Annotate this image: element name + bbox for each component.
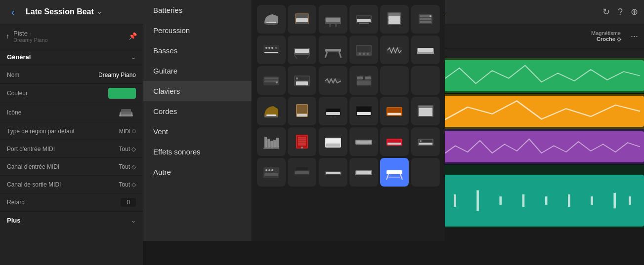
general-section-header[interactable]: Général ⌄ [0,48,143,66]
synth-icon-cell[interactable] [257,36,286,64]
red-synth-icon-cell[interactable] [380,127,409,156]
svg-rect-143 [476,190,479,211]
canal-sortie-chevron-icon: ◇ [131,181,136,188]
organ-icon-cell[interactable] [380,5,409,34]
black-synth-icon-cell[interactable] [288,158,316,187]
menu-item-basses[interactable]: Basses [143,40,252,61]
svg-point-54 [276,81,278,83]
svg-point-27 [429,15,431,17]
color-swatch[interactable] [108,88,136,99]
pad-controller-icon-cell[interactable] [349,66,378,95]
rack-unit-icon-cell[interactable] [257,66,286,95]
canal-sortie-row: Canal de sortie MIDI Tout ◇ [0,176,143,193]
menu-item-vent[interactable]: Vent [143,121,252,142]
nom-value[interactable]: Dreamy Piano [98,72,136,78]
couleur-label: Couleur [7,90,108,97]
canal-entree-value[interactable]: Tout ◇ [119,163,136,170]
waveform2-icon-cell[interactable] [319,66,347,95]
ruler-more-button[interactable]: ··· [631,31,638,41]
svg-rect-81 [419,112,432,116]
grand-piano-icon-cell[interactable] [257,5,286,34]
electric2-icon-cell[interactable] [349,97,378,125]
keyboard-stand-selected-icon-cell[interactable] [380,158,409,187]
grand-piano2-icon-cell[interactable] [257,97,286,125]
upright2-icon-cell[interactable] [288,97,316,125]
icon-grid-panel [252,0,445,241]
help-button[interactable]: ? [618,7,623,17]
touchpad-icon-cell[interactable] [411,127,440,156]
mixing-board-icon-cell[interactable] [349,36,378,64]
svg-rect-10 [296,14,308,18]
more-button[interactable]: ⊕ [631,6,638,17]
svg-rect-109 [263,167,279,178]
magnétisme-title: Magnétisme [591,30,621,36]
modular-icon-cell[interactable] [257,158,286,187]
svg-rect-22 [388,13,400,16]
svg-rect-63 [365,76,371,79]
empty-cell-1[interactable] [380,66,409,95]
svg-rect-52 [264,77,278,79]
svg-rect-49 [418,48,433,52]
svg-rect-33 [275,47,277,49]
stage-keyboard-icon-cell[interactable] [288,36,316,64]
pin-button[interactable]: 📌 [129,32,137,40]
icone-label: Icône [7,109,116,116]
main-layout: ↑ Piste · Dreamy Piano 📌 Général ⌄ Nom D… [0,24,644,265]
svg-rect-147 [568,194,570,207]
long-keyboard-icon-cell[interactable] [411,36,440,64]
track-header: ↑ Piste · Dreamy Piano 📌 [0,24,143,48]
upright-piano-icon-cell[interactable] [288,5,316,34]
svg-rect-142 [454,194,456,207]
orange-synth-icon-cell[interactable] [380,97,409,125]
instrument-menu: Batteries Percussion Basses Guitare Clav… [143,0,252,241]
organ-pipes-icon-cell[interactable] [257,127,286,156]
digital-piano-icon-cell[interactable] [319,5,347,34]
svg-rect-145 [522,194,525,207]
menu-item-percussion[interactable]: Percussion [143,20,252,40]
icone-row: Icône [0,103,143,122]
hammond-icon-cell[interactable] [411,97,440,125]
port-midi-value[interactable]: Tout ◇ [119,146,136,152]
white-box-icon-cell[interactable] [319,127,347,156]
accordion-icon-cell[interactable] [288,127,316,156]
horiz-synth-icon-cell[interactable] [349,127,378,156]
svg-rect-20 [388,20,400,24]
electric-piano-icon-cell[interactable] [349,5,378,34]
port-midi-label: Port d'entrée MIDI [7,146,119,152]
flat-keyboard-icon-cell[interactable] [319,158,347,187]
project-chevron-icon[interactable]: ⌄ [97,8,102,15]
digital2-icon-cell[interactable] [319,97,347,125]
svg-rect-79 [387,108,401,112]
waveform-controller-icon-cell[interactable] [380,36,409,64]
loop2-button[interactable]: ↻ [602,6,610,17]
rack-organ-icon-cell[interactable] [411,5,440,34]
svg-rect-101 [356,141,371,144]
mixer2-icon-cell[interactable] [288,66,316,95]
svg-rect-17 [357,16,371,19]
menu-item-cordes[interactable]: Cordes [143,101,252,121]
svg-rect-104 [387,140,401,143]
rack-keyboard-icon-cell[interactable] [349,158,378,187]
plus-section-header[interactable]: Plus ⌄ [0,211,143,229]
canal-entree-label: Canal d'entrée MIDI [7,163,119,170]
menu-item-guitare[interactable]: Guitare [143,61,252,81]
svg-rect-115 [295,171,309,174]
svg-rect-64 [266,114,276,116]
svg-rect-14 [335,24,337,27]
icon-preview[interactable] [116,107,136,118]
canal-sortie-value[interactable]: Tout ◇ [119,181,136,188]
keyboard-stand-icon-cell[interactable] [319,36,347,64]
midi-badge[interactable]: MIDI [119,128,136,134]
menu-item-claviers[interactable]: Claviers [143,81,252,101]
svg-line-123 [386,174,388,180]
empty-cell-2[interactable] [411,66,440,95]
menu-item-autre[interactable]: Autre [143,162,252,182]
empty-cell-3[interactable] [411,158,440,187]
menu-item-effets[interactable]: Effets sonores [143,142,252,162]
retard-value[interactable]: 0 [121,198,136,207]
svg-rect-4 [131,113,132,116]
menu-item-batteries[interactable]: Batteries [143,0,252,20]
back-button[interactable]: ‹ [6,5,20,19]
svg-rect-21 [388,16,400,20]
port-midi-row: Port d'entrée MIDI Tout ◇ [0,140,143,158]
